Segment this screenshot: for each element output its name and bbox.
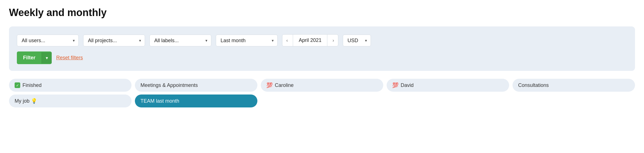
tag-consultations[interactable]: Consultations bbox=[513, 79, 635, 92]
period-select[interactable]: Last month bbox=[216, 35, 278, 46]
tag-label-myjob: My job 💡 bbox=[15, 98, 37, 104]
filter-btn-label: Filter bbox=[17, 51, 42, 64]
date-navigator: ‹ April 2021 › bbox=[282, 34, 338, 46]
labels-select[interactable]: All labels... bbox=[149, 35, 211, 46]
checkmark-icon: ✓ bbox=[16, 84, 19, 87]
tag-emoji-caroline: 💯 bbox=[266, 82, 273, 88]
users-select-wrapper: All users... ▾ bbox=[17, 35, 79, 46]
tag-myjob[interactable]: My job 💡 bbox=[9, 94, 131, 107]
currency-select-wrapper: USD ▾ bbox=[343, 35, 371, 46]
filter-button[interactable]: Filter ▾ bbox=[17, 51, 52, 64]
projects-select[interactable]: All projects... bbox=[83, 35, 145, 46]
filter-btn-dropdown-arrow[interactable]: ▾ bbox=[42, 52, 52, 64]
date-label: April 2021 bbox=[293, 35, 327, 46]
tag-label-consultations: Consultations bbox=[518, 82, 549, 88]
tag-caroline[interactable]: 💯Caroline bbox=[261, 79, 383, 92]
page-title: Weekly and monthly bbox=[9, 7, 635, 19]
tags-section: ✓FinishedMeetings & Appointments💯Carolin… bbox=[9, 79, 635, 107]
filter-bar: All users... ▾ All projects... ▾ All lab… bbox=[9, 26, 635, 71]
tag-label-finished: Finished bbox=[22, 82, 42, 88]
period-select-wrapper: Last month ▾ bbox=[216, 35, 278, 46]
tag-label-team: TEAM last month bbox=[140, 98, 179, 104]
tag-checkbox-finished: ✓ bbox=[15, 82, 20, 88]
tag-label-caroline: Caroline bbox=[275, 82, 294, 88]
filter-row: All users... ▾ All projects... ▾ All lab… bbox=[17, 34, 627, 46]
tag-meetings[interactable]: Meetings & Appointments bbox=[135, 79, 257, 92]
btn-row: Filter ▾ Reset filters bbox=[17, 51, 627, 64]
date-prev-button[interactable]: ‹ bbox=[282, 35, 292, 46]
tag-label-david: David bbox=[401, 82, 414, 88]
tag-team[interactable]: TEAM last month bbox=[135, 94, 257, 107]
tag-finished[interactable]: ✓Finished bbox=[9, 79, 131, 92]
tag-emoji-david: 💯 bbox=[392, 82, 398, 88]
reset-filters-button[interactable]: Reset filters bbox=[56, 55, 83, 61]
tag-label-meetings: Meetings & Appointments bbox=[140, 82, 198, 88]
date-next-button[interactable]: › bbox=[328, 35, 338, 46]
tag-david[interactable]: 💯David bbox=[387, 79, 509, 92]
users-select[interactable]: All users... bbox=[17, 35, 79, 46]
labels-select-wrapper: All labels... ▾ bbox=[149, 35, 211, 46]
currency-select[interactable]: USD bbox=[343, 35, 371, 46]
projects-select-wrapper: All projects... ▾ bbox=[83, 35, 145, 46]
